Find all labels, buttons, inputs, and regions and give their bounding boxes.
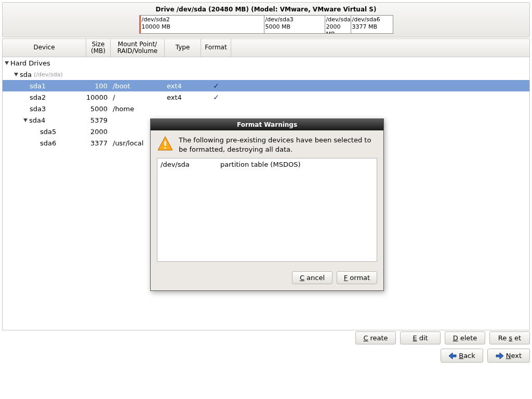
expander-icon[interactable] [23,118,28,122]
list-item[interactable]: /dev/sda partition table (MSDOS) [161,161,374,168]
diagram-slot[interactable]: /dev/sda2 10000 MB [140,16,264,33]
dialog-title: Format Warnings [151,119,383,130]
dialog-message: The following pre-existing devices have … [179,136,377,154]
partition-toolbar: Create Edit Delete Reset [2,331,530,344]
col-header-size[interactable]: Size (MB) [86,39,111,57]
drive-summary-panel: Drive /dev/sda (20480 MB) (Model: VMware… [2,2,530,37]
tree-header: Device Size (MB) Mount Point/ RAID/Volum… [3,39,529,57]
format-warnings-dialog: Format Warnings The following pre-existi… [150,118,384,291]
col-header-format[interactable]: Format [201,39,231,57]
arrow-left-icon [448,352,457,360]
format-device-list[interactable]: /dev/sda partition table (MSDOS) [157,158,377,262]
format-button[interactable]: Format [337,271,377,284]
warning-icon [157,136,174,152]
expander-icon[interactable] [5,61,9,65]
diagram-slot[interactable]: /dev/sda6 3377 MB [351,16,393,33]
next-button[interactable]: Next [487,349,530,363]
check-icon: ✓ [213,93,219,101]
create-button[interactable]: Create [355,331,396,344]
partition-diagram: /dev/sda2 10000 MB /dev/sda3 5000 MB /de… [139,15,393,34]
col-header-mount[interactable]: Mount Point/ RAID/Volume [111,39,165,57]
tree-row-harddrives[interactable]: Hard Drives [3,57,529,69]
drive-title: Drive /dev/sda (20480 MB) (Model: VMware… [156,6,377,13]
delete-button[interactable]: Delete [445,331,485,344]
tree-row-partition[interactable]: sda1 100 /boot ext4 ✓ [3,80,529,91]
svg-rect-1 [165,141,166,146]
diagram-slot[interactable]: /dev/sda5 2000 MB [325,16,351,33]
check-icon: ✓ [213,82,219,90]
diagram-slot[interactable]: /dev/sda3 5000 MB [264,16,325,33]
wizard-nav: Back Next [2,349,530,363]
tree-row-partition[interactable]: sda2 10000 / ext4 ✓ [3,91,529,103]
expander-icon[interactable] [14,73,18,76]
svg-point-0 [164,147,166,149]
back-button[interactable]: Back [441,349,483,363]
tree-row-partition[interactable]: sda3 5000 /home [3,103,529,114]
col-header-device[interactable]: Device [3,39,86,57]
cancel-button[interactable]: Cancel [292,271,332,284]
reset-button[interactable]: Reset [489,331,530,344]
col-header-type[interactable]: Type [165,39,201,57]
arrow-right-icon [496,352,504,360]
tree-row-disk[interactable]: sda(/dev/sda) [3,69,529,80]
edit-button[interactable]: Edit [400,331,441,344]
